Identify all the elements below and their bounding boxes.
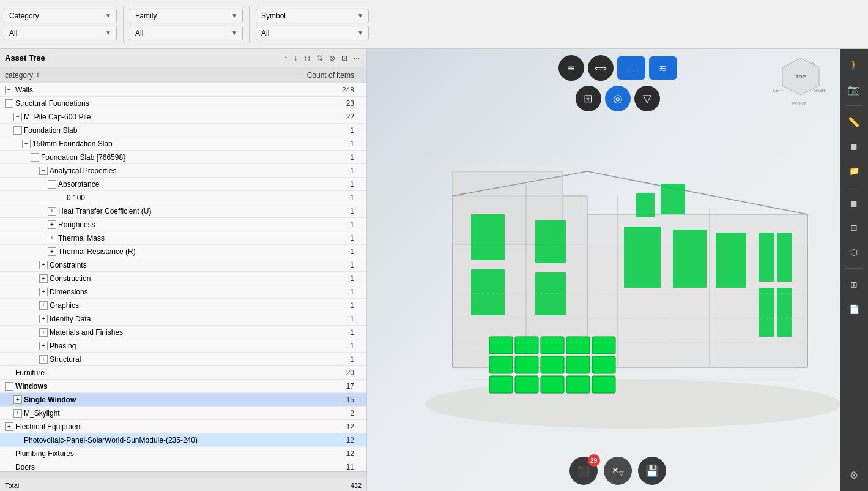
- tree-row[interactable]: +Structural1: [0, 353, 366, 366]
- model-badge: 29: [588, 454, 600, 467]
- tree-row[interactable]: −Foundation Slab [766598]1: [0, 151, 366, 164]
- viewport[interactable]: ≡ ⟺ ⬚ ≋ ⊞ ◎ ▽ ⌂ TOP LEFT RIGHT: [367, 49, 868, 491]
- tree-row[interactable]: +Thermal Mass1: [0, 231, 366, 245]
- category-dropdown[interactable]: Category ▼: [4, 9, 117, 23]
- tree-icon-btn[interactable]: ⊞: [843, 274, 865, 296]
- expand-btn[interactable]: ⊡: [339, 53, 349, 64]
- tree-row[interactable]: Furniture20: [0, 366, 366, 380]
- more-btn[interactable]: ···: [352, 53, 362, 64]
- expand-collapse-btn[interactable]: −: [48, 180, 56, 189]
- filter-funnel-btn[interactable]: ▽: [634, 86, 660, 111]
- sort-asc-btn[interactable]: ↑: [282, 53, 289, 64]
- model-toggle-btn[interactable]: ⬛ 29: [569, 457, 598, 485]
- expand-collapse-btn[interactable]: −: [13, 113, 22, 121]
- folder-btn[interactable]: 📁: [843, 160, 865, 182]
- sort-desc-btn[interactable]: ↓: [292, 53, 299, 64]
- stripe-btn[interactable]: ≋: [649, 56, 677, 80]
- tree-row[interactable]: Doors11: [0, 460, 366, 471]
- person-btn[interactable]: 🚶: [843, 54, 865, 76]
- expand-collapse-btn[interactable]: +: [39, 261, 48, 269]
- ruler-btn[interactable]: 📏: [843, 111, 865, 133]
- tree-row[interactable]: −Structural Foundations23: [0, 97, 366, 110]
- svg-rect-22: [777, 233, 792, 282]
- tree-row[interactable]: +Graphics1: [0, 299, 366, 312]
- tree-row[interactable]: −Walls248: [0, 83, 366, 97]
- target-btn[interactable]: ◎: [605, 86, 631, 111]
- tree-row[interactable]: 0,1001: [0, 191, 366, 204]
- tree-row[interactable]: +Heat Transfer Coefficient (U)1: [0, 204, 366, 218]
- expand-collapse-btn[interactable]: +: [39, 301, 48, 310]
- cube-btn[interactable]: ◼: [843, 192, 865, 214]
- tree-row[interactable]: +Single Window15: [0, 393, 366, 407]
- tree-row[interactable]: +Materials and Finishes1: [0, 326, 366, 339]
- tree-header-category[interactable]: category ⇕: [0, 71, 299, 80]
- box3d-btn[interactable]: ◼: [843, 135, 865, 157]
- document-btn[interactable]: 📄: [843, 298, 865, 320]
- expand-collapse-btn[interactable]: −: [22, 140, 31, 148]
- tree-row[interactable]: +Identity Data1: [0, 312, 366, 326]
- expand-collapse-btn[interactable]: −: [5, 86, 13, 94]
- h-scrollbar[interactable]: [0, 471, 366, 479]
- cube-navigator[interactable]: ⌂ TOP LEFT RIGHT FRONT: [770, 55, 831, 110]
- tree-row[interactable]: +Constraints1: [0, 258, 366, 272]
- tree-label: Heat Transfer Coefficient (U): [58, 207, 152, 216]
- tree-row[interactable]: Photovoltaic-Panel-SolarWorld-SunModule-…: [0, 433, 366, 447]
- gear-btn[interactable]: ⚙: [843, 464, 865, 486]
- filter-btn[interactable]: ⊗: [327, 53, 337, 64]
- expand-collapse-btn[interactable]: +: [48, 220, 56, 229]
- family-value-dropdown[interactable]: All ▼: [130, 26, 243, 40]
- save-btn[interactable]: 💾: [638, 457, 666, 485]
- expand-collapse-btn[interactable]: +: [39, 355, 48, 364]
- expand-collapse-btn[interactable]: +: [39, 288, 48, 296]
- svg-rect-36: [515, 376, 538, 393]
- tree-row[interactable]: +Electrical Equipment12: [0, 420, 366, 433]
- camera-btn[interactable]: 📷: [843, 78, 865, 100]
- expand-collapse-btn[interactable]: +: [39, 328, 48, 337]
- svg-rect-32: [515, 356, 538, 373]
- tree-row[interactable]: +Dimensions1: [0, 285, 366, 299]
- tree-container[interactable]: −Walls248−Structural Foundations23−M_Pil…: [0, 83, 366, 471]
- tree-row[interactable]: Plumbing Fixtures12: [0, 447, 366, 460]
- layers-btn[interactable]: ≡: [558, 55, 584, 81]
- expand-collapse-btn[interactable]: +: [5, 422, 13, 431]
- sort-multi-btn[interactable]: ↕↕: [302, 53, 313, 64]
- svg-rect-41: [592, 376, 615, 393]
- category-value-dropdown[interactable]: All ▼: [4, 26, 117, 40]
- tree-row[interactable]: +Construction1: [0, 272, 366, 285]
- tree-row[interactable]: −M_Pile Cap-600 Pile22: [0, 110, 366, 124]
- expand-collapse-btn[interactable]: +: [39, 315, 48, 323]
- tree-row[interactable]: −Analytical Properties1: [0, 164, 366, 178]
- expand-collapse-btn[interactable]: +: [39, 274, 48, 283]
- pin-btn[interactable]: ⇅: [315, 53, 325, 64]
- expand-collapse-btn[interactable]: +: [48, 234, 56, 242]
- expand-collapse-btn[interactable]: −: [39, 167, 48, 175]
- expand-collapse-btn[interactable]: −: [5, 382, 13, 391]
- tree-row[interactable]: −Windows17: [0, 380, 366, 393]
- tree-row[interactable]: −150mm Foundation Slab1: [0, 137, 366, 151]
- expand-collapse-btn[interactable]: −: [13, 126, 22, 135]
- tree-row[interactable]: +M_Skylight2: [0, 407, 366, 420]
- layers2-btn[interactable]: ⊞: [576, 86, 601, 111]
- tree-label: Photovoltaic-Panel-SolarWorld-SunModule-…: [24, 436, 198, 444]
- layers-stack-btn[interactable]: ⊟: [843, 217, 865, 239]
- tree-row[interactable]: +Roughness1: [0, 218, 366, 231]
- expand-collapse-btn[interactable]: +: [48, 207, 56, 216]
- expand-collapse-btn[interactable]: −: [31, 153, 39, 162]
- expand-collapse-btn[interactable]: +: [13, 395, 22, 404]
- expand-collapse-btn[interactable]: −: [5, 99, 13, 108]
- tree-row[interactable]: +Phasing1: [0, 339, 366, 353]
- expand-collapse-btn[interactable]: +: [48, 247, 56, 256]
- filter-clear-btn[interactable]: ✕▽: [604, 457, 632, 485]
- arrows-btn[interactable]: ⟺: [588, 55, 614, 81]
- tree-header-count[interactable]: Count of items: [299, 71, 366, 80]
- nodes-btn[interactable]: ⬡: [843, 241, 865, 263]
- expand-collapse-btn[interactable]: +: [39, 342, 48, 350]
- expand-collapse-btn[interactable]: +: [13, 409, 22, 418]
- tree-row[interactable]: +Thermal Resistance (R)1: [0, 245, 366, 258]
- tree-row[interactable]: −Absorptance1: [0, 178, 366, 191]
- symbol-dropdown[interactable]: Symbol ▼: [256, 9, 369, 23]
- tree-row[interactable]: −Foundation Slab1: [0, 124, 366, 137]
- symbol-value-dropdown[interactable]: All ▼: [256, 26, 369, 40]
- family-dropdown[interactable]: Family ▼: [130, 9, 243, 23]
- select-box-btn[interactable]: ⬚: [617, 56, 645, 80]
